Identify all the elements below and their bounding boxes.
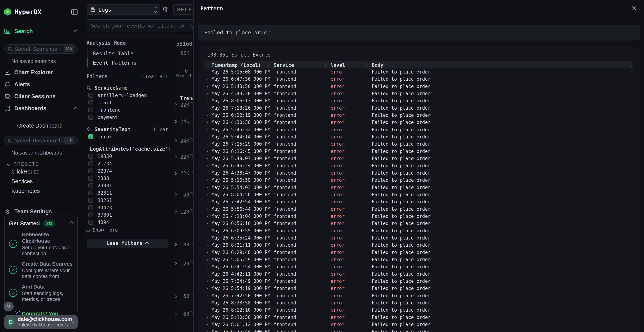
pattern-row-stub[interactable]: 180: [172, 241, 193, 248]
get-started-header[interactable]: Get Started 3/3: [9, 220, 73, 227]
expand-row-chevron-icon[interactable]: ›: [206, 141, 208, 146]
expand-row-chevron-icon[interactable]: ›: [206, 120, 208, 125]
pattern-row-stub[interactable]: 120: [172, 208, 193, 216]
event-row[interactable]: ›May 26 6:29:48.000 PMfrontenderrorFaile…: [204, 249, 633, 256]
expand-row-chevron-icon[interactable]: ›: [206, 315, 208, 320]
saved-searches-input[interactable]: Saved Searches ⌘K: [4, 44, 78, 54]
event-row[interactable]: ›May 26 5:48:50.000 PMfrontenderrorFaile…: [204, 83, 633, 90]
event-row[interactable]: ›May 26 6:46:24.000 PMfrontenderrorFaile…: [204, 162, 633, 170]
create-dashboard-button[interactable]: + Create Dashboard: [4, 121, 78, 130]
expand-row-chevron-icon[interactable]: ›: [206, 221, 208, 226]
help-button[interactable]: ?: [4, 302, 14, 311]
col-service[interactable]: Service: [274, 62, 294, 68]
preset-item-clickhouse[interactable]: ClickHouse: [4, 167, 78, 176]
pattern-row-stub[interactable]: 60: [172, 293, 193, 300]
event-row[interactable]: ›May 26 4:13:04.000 PMfrontenderrorFaile…: [204, 213, 633, 220]
checkbox[interactable]: [88, 205, 93, 210]
filter-option[interactable]: 29081: [86, 182, 168, 189]
search-icon[interactable]: [86, 127, 91, 132]
event-row[interactable]: ›May 26 5:56:44.000 PMfrontenderrorFaile…: [204, 206, 633, 213]
expand-row-chevron-icon[interactable]: ›: [206, 163, 208, 168]
chevron-right-icon[interactable]: [173, 193, 177, 197]
event-row[interactable]: ›May 26 7:42:50.000 PMfrontenderrorFaile…: [204, 292, 633, 300]
chevron-right-icon[interactable]: [173, 210, 177, 214]
checkbox[interactable]: [88, 212, 93, 217]
clear-group-button[interactable]: Clear: [154, 127, 168, 132]
expand-row-chevron-icon[interactable]: ›: [206, 84, 208, 89]
expand-row-chevron-icon[interactable]: ›: [206, 235, 208, 240]
expand-row-chevron-icon[interactable]: ›: [206, 264, 208, 269]
event-row[interactable]: ›May 26 8:12:10.000 PMfrontenderrorFaile…: [204, 306, 633, 314]
pattern-row-stub[interactable]: 22K: [172, 154, 193, 161]
chevron-right-icon[interactable]: [173, 262, 177, 266]
chevron-right-icon[interactable]: [173, 312, 177, 316]
expand-row-chevron-icon[interactable]: ›: [206, 105, 208, 110]
expand-row-chevron-icon[interactable]: ›: [206, 242, 208, 248]
get-started-item[interactable]: ✓ Add Data Start sending logs, metrics, …: [9, 284, 73, 302]
preset-item-services[interactable]: Services: [4, 176, 78, 186]
checkbox[interactable]: [88, 154, 93, 159]
event-row[interactable]: ›May 26 6:41:54.000 PMfrontenderrorFaile…: [204, 263, 633, 270]
less-filters-button[interactable]: Less filters: [86, 238, 168, 248]
filter-option[interactable]: 19350: [86, 152, 168, 160]
pattern-row-stub[interactable]: 24K: [172, 138, 193, 144]
column-divider-icon[interactable]: [325, 63, 326, 64]
event-row[interactable]: ›May 26 5:15:08.000 PMfrontenderrorFaile…: [204, 68, 633, 76]
sidebar-item-client-sessions[interactable]: Client Sessions: [4, 91, 78, 102]
filter-option[interactable]: 22974: [86, 167, 168, 174]
chevron-up-icon[interactable]: [70, 222, 74, 226]
filter-option[interactable]: ✓error: [86, 133, 168, 140]
expand-row-chevron-icon[interactable]: ›: [206, 329, 208, 332]
pattern-row-stub[interactable]: 22K: [172, 102, 193, 108]
sidebar-item-dashboards[interactable]: Dashboards: [4, 103, 78, 114]
sidebar-item-alerts[interactable]: Alerts: [4, 79, 78, 90]
chevron-up-icon[interactable]: [74, 106, 78, 110]
event-row[interactable]: ›May 26 8:04:56.000 PMfrontenderrorFaile…: [204, 191, 633, 198]
chevron-right-icon[interactable]: [173, 294, 177, 298]
col-level[interactable]: level: [330, 62, 345, 68]
filter-option[interactable]: 4894: [86, 218, 168, 226]
expand-row-chevron-icon[interactable]: ›: [206, 134, 208, 139]
event-row[interactable]: ›May 26 8:21:11.000 PMfrontenderrorFaile…: [204, 242, 633, 249]
event-row[interactable]: ›May 26 5:10:59.000 PMfrontenderrorFaile…: [204, 177, 633, 184]
col-body[interactable]: Body: [372, 62, 383, 68]
expand-row-chevron-icon[interactable]: ›: [206, 307, 208, 312]
checkbox[interactable]: [88, 108, 93, 112]
event-row[interactable]: ›May 26 5:44:14.000 PMfrontenderrorFaile…: [204, 134, 633, 140]
chevron-right-icon[interactable]: [173, 103, 177, 107]
show-more-button[interactable]: Show more: [86, 226, 168, 234]
filter-option[interactable]: 2333: [86, 174, 168, 182]
expand-row-chevron-icon[interactable]: ›: [206, 91, 208, 96]
event-row[interactable]: ›May 26 7:15:29.000 PMfrontenderrorFaile…: [204, 140, 633, 148]
sidebar-collapse-icon[interactable]: [71, 9, 78, 15]
preset-item-kubernetes[interactable]: Kubernetes: [4, 186, 78, 196]
expand-row-chevron-icon[interactable]: ›: [206, 300, 208, 305]
event-row[interactable]: ›May 26 5:10:36.000 PMfrontenderrorFaile…: [204, 314, 633, 321]
chevron-up-icon[interactable]: [74, 29, 78, 34]
filter-option[interactable]: 33261: [86, 196, 168, 204]
get-started-item[interactable]: ✓ Connect to ClickHouse Set up your data…: [9, 231, 73, 256]
event-row[interactable]: ›May 26 6:25:44.000 PMfrontenderrorFaile…: [204, 328, 633, 332]
pattern-row-stub[interactable]: 22K: [172, 170, 193, 177]
search-icon[interactable]: [86, 86, 91, 90]
event-row[interactable]: ›May 26 8:23:58.000 PMfrontenderrorFaile…: [204, 300, 633, 306]
chevron-right-icon[interactable]: [173, 172, 177, 175]
column-divider-icon[interactable]: [366, 63, 367, 64]
checkbox[interactable]: [88, 161, 93, 166]
checkbox-checked[interactable]: ✓: [88, 134, 93, 139]
pattern-row-stub[interactable]: 60: [172, 310, 193, 318]
event-row[interactable]: ›May 26 5:54:19.000 PMfrontenderrorFaile…: [204, 285, 633, 292]
chevron-right-icon[interactable]: [173, 155, 177, 159]
expand-row-chevron-icon[interactable]: ›: [206, 199, 208, 204]
chevron-right-icon[interactable]: [173, 243, 177, 246]
chevron-right-icon[interactable]: [173, 120, 177, 124]
filter-option[interactable]: payment: [86, 114, 168, 121]
mode-event-patterns[interactable]: Event Patterns: [86, 58, 168, 68]
event-row[interactable]: ›May 26 7:24:49.000 PMfrontenderrorFaile…: [204, 278, 633, 285]
expand-row-chevron-icon[interactable]: ›: [206, 127, 208, 132]
checkbox[interactable]: [88, 168, 93, 173]
checkbox[interactable]: [88, 198, 93, 203]
expand-row-chevron-icon[interactable]: ›: [206, 69, 208, 74]
mode-results-table[interactable]: Results Table: [86, 49, 168, 58]
event-row[interactable]: ›May 26 7:42:54.000 PMfrontenderrorFaile…: [204, 198, 633, 206]
